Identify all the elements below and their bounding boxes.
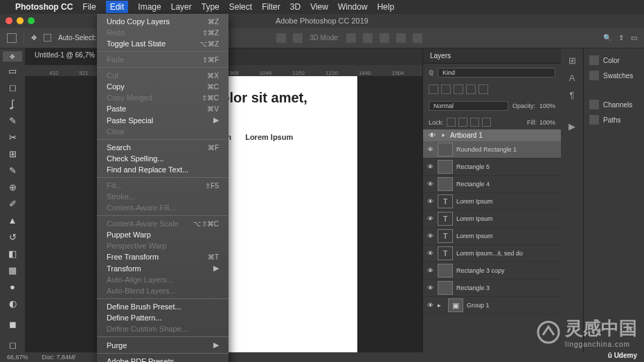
gradient-tool[interactable]: ▦: [3, 262, 22, 278]
brush-tool[interactable]: ✐: [3, 196, 22, 211]
menu-item[interactable]: Puppet Warp: [97, 229, 229, 240]
layer-row[interactable]: 👁▸▣Group 1: [423, 297, 561, 314]
menu-item[interactable]: Transform▶: [97, 262, 229, 274]
history-panel-icon[interactable]: ⊞: [569, 55, 576, 66]
history-brush-tool[interactable]: ↺: [3, 229, 22, 244]
menu-item[interactable]: Adobe PDF Presets...: [97, 356, 229, 362]
share-icon[interactable]: ⇪: [618, 34, 624, 42]
paragraph-panel-icon[interactable]: ¶: [570, 90, 575, 100]
visibility-toggle-icon[interactable]: 👁: [426, 267, 434, 274]
menu-filter[interactable]: Filter: [262, 2, 280, 12]
menu-item[interactable]: Search⌘F: [97, 142, 229, 153]
collapsed-panel-paths[interactable]: Paths: [589, 115, 638, 125]
menu-type[interactable]: Type: [202, 2, 220, 12]
collapsed-panel-swatches[interactable]: Swatches: [589, 71, 638, 80]
distribute-icon[interactable]: [293, 33, 303, 43]
search-icon[interactable]: 🔍: [603, 34, 611, 42]
visibility-toggle-icon[interactable]: 👁: [426, 302, 434, 309]
app-name[interactable]: Photoshop CC: [15, 2, 73, 12]
collapsed-panel-color[interactable]: Color: [589, 55, 638, 65]
lock-pixels-icon[interactable]: [447, 118, 456, 127]
layers-tab[interactable]: Layers: [430, 52, 451, 60]
character-panel-icon[interactable]: A: [569, 73, 575, 83]
visibility-toggle-icon[interactable]: 👁: [426, 215, 434, 222]
layer-row[interactable]: 👁Rounded Rectangle 1: [423, 141, 561, 159]
slide-3d-icon[interactable]: [396, 33, 406, 43]
menu-item[interactable]: Paste Special▶: [97, 114, 229, 126]
filter-smart-icon[interactable]: [478, 84, 488, 94]
close-window-icon[interactable]: [6, 17, 12, 24]
artboard-header[interactable]: 👁 Artboard 1: [423, 129, 561, 141]
workspace-icon[interactable]: ▭: [631, 34, 637, 42]
lock-all-icon[interactable]: [482, 118, 491, 127]
layer-row[interactable]: 👁TLorem Ipsum: [423, 228, 561, 245]
auto-select-checkbox[interactable]: [44, 34, 51, 42]
zoom-level[interactable]: 66,67%: [7, 354, 28, 361]
menu-file[interactable]: File: [82, 2, 96, 12]
eraser-tool[interactable]: ◧: [3, 246, 22, 261]
menu-item[interactable]: Copy⌘C: [97, 81, 229, 92]
filter-adjustment-icon[interactable]: [441, 84, 451, 94]
visibility-toggle-icon[interactable]: 👁: [426, 146, 434, 153]
menu-item[interactable]: Purge▶: [97, 339, 229, 351]
menu-help[interactable]: Help: [377, 2, 395, 12]
marquee-tool[interactable]: ◻: [3, 80, 22, 95]
layer-row[interactable]: 👁TLorem Ipsum: [423, 210, 561, 228]
blur-tool[interactable]: ●: [3, 279, 22, 294]
layer-row[interactable]: 👁Rectangle 3: [423, 280, 561, 297]
blend-mode-select[interactable]: Normal: [429, 101, 508, 111]
align-icon[interactable]: [276, 33, 286, 43]
healing-tool[interactable]: ⊕: [3, 179, 22, 194]
visibility-toggle-icon[interactable]: 👁: [426, 250, 434, 257]
menu-item[interactable]: Define Pattern...: [97, 312, 229, 323]
menu-layer[interactable]: Layer: [171, 2, 192, 12]
minimize-window-icon[interactable]: [17, 17, 24, 24]
menu-3d[interactable]: 3D: [290, 2, 301, 12]
filter-shape-icon[interactable]: [466, 84, 476, 94]
menu-item[interactable]: Define Brush Preset...: [97, 301, 229, 312]
artboard-tool[interactable]: ▭: [3, 63, 22, 78]
orbit-3d-icon[interactable]: [346, 33, 356, 43]
menu-item[interactable]: Find and Replace Text...: [97, 164, 229, 175]
zoom-3d-icon[interactable]: [413, 33, 422, 43]
lock-position-icon[interactable]: [458, 118, 467, 127]
layer-row[interactable]: 👁Rectangle 4: [423, 176, 561, 193]
visibility-toggle-icon[interactable]: 👁: [426, 181, 434, 188]
lasso-tool[interactable]: ʆ: [3, 96, 22, 111]
filter-text-icon[interactable]: [454, 84, 463, 94]
visibility-toggle-icon[interactable]: 👁: [426, 163, 434, 170]
fill-value[interactable]: 100%: [539, 119, 555, 126]
menu-edit[interactable]: Edit: [106, 1, 129, 13]
lock-artboard-icon[interactable]: [470, 118, 479, 127]
menu-select[interactable]: Select: [229, 2, 252, 12]
foreground-background-colors[interactable]: ◼: [3, 316, 22, 332]
home-icon[interactable]: [7, 33, 17, 43]
menu-window[interactable]: Window: [338, 2, 368, 12]
layer-row[interactable]: 👁TLorem Ipsum: [423, 193, 561, 210]
visibility-toggle-icon[interactable]: 👁: [426, 284, 434, 291]
roll-3d-icon[interactable]: [363, 33, 373, 43]
filter-kind-select[interactable]: Kind: [438, 68, 555, 78]
quick-select-tool[interactable]: ✎: [3, 113, 22, 128]
crop-tool[interactable]: ✂: [3, 129, 22, 145]
dodge-tool[interactable]: ◐: [3, 296, 22, 311]
menu-item[interactable]: Toggle Last State⌥⌘Z: [97, 38, 229, 49]
move-tool-icon[interactable]: ✥: [31, 34, 37, 42]
move-tool[interactable]: ✥: [3, 51, 22, 62]
stamp-tool[interactable]: ▲: [3, 212, 22, 228]
menu-item[interactable]: Undo Copy Layers⌘Z: [97, 16, 229, 27]
menu-view[interactable]: View: [310, 2, 328, 12]
visibility-toggle-icon[interactable]: 👁: [426, 198, 434, 205]
quick-mask-toggle[interactable]: ◻: [3, 337, 22, 352]
opacity-value[interactable]: 100%: [539, 102, 555, 109]
play-icon[interactable]: ▶: [569, 121, 575, 132]
menu-item[interactable]: Free Transform⌘T: [97, 251, 229, 262]
menu-item[interactable]: Paste⌘V: [97, 103, 229, 114]
menu-image[interactable]: Image: [138, 2, 161, 12]
pan-3d-icon[interactable]: [379, 33, 389, 43]
menu-item[interactable]: Check Spelling...: [97, 153, 229, 164]
filter-pixel-icon[interactable]: [429, 84, 438, 94]
layer-row[interactable]: 👁TLorem ipsum...it, sed do: [423, 245, 561, 262]
visibility-toggle-icon[interactable]: 👁: [426, 233, 434, 239]
layer-row[interactable]: 👁Rectangle 5: [423, 159, 561, 176]
